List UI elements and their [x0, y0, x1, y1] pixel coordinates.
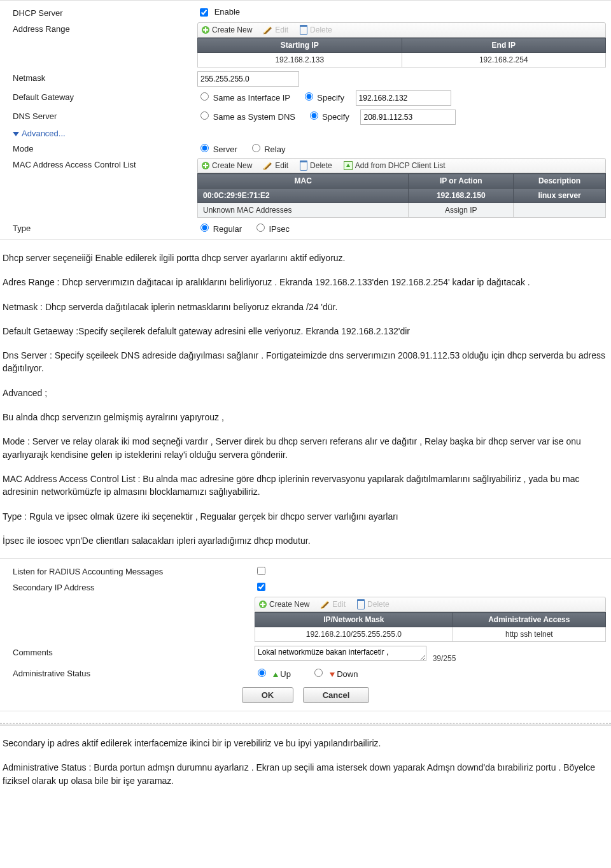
para: Secondary ip adres aktif edilerek interf…	[3, 737, 608, 750]
gw-same-radio[interactable]	[200, 92, 209, 101]
dhcp-enable-text: Enable	[214, 7, 240, 17]
arrow-up-icon	[273, 672, 278, 677]
netmask-label: Netmask	[0, 71, 197, 83]
para: Administrative Status : Burda portun adm…	[3, 761, 608, 787]
col-description: Description	[514, 174, 606, 189]
dns-specify-radio[interactable]	[310, 111, 318, 120]
delete-icon	[357, 599, 365, 609]
edit-button: Edit	[321, 600, 346, 609]
col-end-ip: End IP	[402, 38, 606, 53]
table-row[interactable]: 00:0C:29:9E:71:E2 192.168.2.150 linux se…	[198, 189, 606, 203]
cancel-button[interactable]: Cancel	[303, 687, 370, 703]
comments-count: 39/255	[433, 654, 456, 663]
mode-server-radio[interactable]	[200, 144, 209, 152]
type-label: Type	[0, 222, 197, 233]
edit-button: Edit	[263, 25, 288, 34]
create-new-button[interactable]: Create New	[202, 161, 252, 170]
arrow-down-icon	[330, 672, 335, 677]
addr-range-toolbar: Create New Edit Delete	[197, 22, 606, 38]
gw-input[interactable]	[356, 90, 451, 106]
import-icon	[344, 161, 353, 170]
address-range-table: Starting IPEnd IP 192.168.2.133192.168.2…	[197, 38, 606, 68]
divider	[0, 723, 611, 723]
para: Adres Range : Dhcp serverımızın dağıtaca…	[3, 276, 608, 288]
advanced-toggle[interactable]: Advanced...	[0, 129, 66, 138]
para: Bu alnda dhcp serverızın gelmişmiş ayral…	[3, 411, 608, 423]
plus-icon	[202, 162, 209, 169]
comments-label: Comments	[0, 646, 255, 657]
edit-icon	[321, 600, 330, 609]
edit-icon	[263, 161, 272, 170]
button-bar: OK Cancel	[0, 681, 611, 707]
description-block-2: Secondary ip adres aktif edilerek interf…	[0, 737, 611, 787]
para: Advanced ;	[3, 387, 608, 399]
dhcp-server-label: DHCP Server	[0, 6, 197, 18]
dns-input[interactable]	[360, 110, 456, 125]
para: Mode : Server ve relay olarak iki mod se…	[3, 435, 608, 461]
dhcp-enable-checkbox[interactable]	[200, 8, 208, 17]
dhcp-config-panel: DHCP Server Enable Address Range Create …	[0, 0, 611, 240]
para: Default Getaeway :Specify seçilerek defa…	[3, 325, 608, 338]
para: Dhcp server seçeneiiği Enable edilerek i…	[3, 252, 608, 264]
plus-icon	[202, 26, 209, 34]
admin-down-radio[interactable]	[314, 669, 323, 677]
mac-acl-label: MAC Address Access Control List	[0, 158, 197, 169]
delete-button: Delete	[300, 25, 332, 35]
para: İpsec ile iosoec vpn'De clientları salac…	[3, 534, 608, 547]
secondary-config-panel: Listen for RADIUS Accounting Messages Se…	[0, 559, 611, 711]
para: Type : Rgula ve ipsec olmak üzere iki se…	[3, 510, 608, 523]
create-new-button[interactable]: Create New	[259, 600, 309, 609]
para: MAC Address Access Control List : Bu aln…	[3, 473, 608, 499]
type-ipsec-radio[interactable]	[256, 224, 265, 232]
comments-input[interactable]	[255, 646, 426, 661]
secondary-ip-table: IP/Network MaskAdministrative Access 192…	[255, 612, 606, 642]
create-new-button[interactable]: Create New	[202, 25, 252, 34]
import-button[interactable]: Add from DHCP Client List	[344, 161, 446, 170]
secondary-ip-checkbox[interactable]	[257, 583, 265, 591]
default-gateway-label: Default Gateway	[0, 90, 197, 102]
col-admin-access: Administrative Access	[453, 613, 605, 627]
dns-server-label: DNS Server	[0, 110, 197, 121]
col-mac: MAC	[198, 174, 409, 189]
secip-toolbar: Create New Edit Delete	[255, 597, 606, 612]
radius-checkbox[interactable]	[257, 567, 265, 575]
radius-label: Listen for RADIUS Accounting Messages	[0, 565, 255, 576]
table-row[interactable]: 192.168.2.10/255.255.255.0http ssh telne…	[255, 627, 606, 642]
col-ip-action: IP or Action	[409, 174, 514, 189]
type-regular-radio[interactable]	[200, 224, 209, 232]
col-ip-mask: IP/Network Mask	[255, 613, 453, 627]
dns-same-radio[interactable]	[200, 111, 209, 120]
mode-label: Mode	[0, 142, 197, 153]
para: Netmask : Dhcp serverda dağıtılacak iple…	[3, 301, 608, 313]
table-row[interactable]: 192.168.2.133192.168.2.254	[198, 53, 606, 68]
chevron-down-icon	[13, 132, 19, 136]
gw-specify-radio[interactable]	[305, 92, 313, 101]
mac-acl-table: MACIP or ActionDescription 00:0C:29:9E:7…	[197, 173, 606, 218]
col-starting-ip: Starting IP	[198, 38, 402, 53]
delete-icon	[300, 160, 307, 171]
delete-button: Delete	[357, 599, 390, 609]
admin-status-label: Administrative Status	[0, 667, 255, 678]
ok-button[interactable]: OK	[242, 687, 294, 703]
mode-relay-radio[interactable]	[252, 144, 260, 152]
edit-icon	[263, 25, 272, 34]
para: Dns Server : Specify sçeileek DNS adresi…	[3, 349, 608, 375]
secondary-ip-label: Secondary IP Address	[0, 581, 255, 592]
address-range-label: Address Range	[0, 22, 197, 34]
mac-acl-toolbar: Create New Edit Delete Add from DHCP Cli…	[197, 158, 606, 173]
netmask-input[interactable]	[197, 71, 299, 87]
delete-button[interactable]: Delete	[300, 160, 332, 171]
admin-up-radio[interactable]	[258, 669, 266, 677]
plus-icon	[259, 601, 267, 608]
table-row[interactable]: Unknown MAC Addresses Assign IP	[198, 203, 606, 218]
description-block-1: Dhcp server seçeneiiği Enable edilerek i…	[0, 252, 611, 547]
delete-icon	[300, 25, 307, 35]
divider	[0, 725, 611, 725]
edit-button[interactable]: Edit	[263, 161, 288, 170]
